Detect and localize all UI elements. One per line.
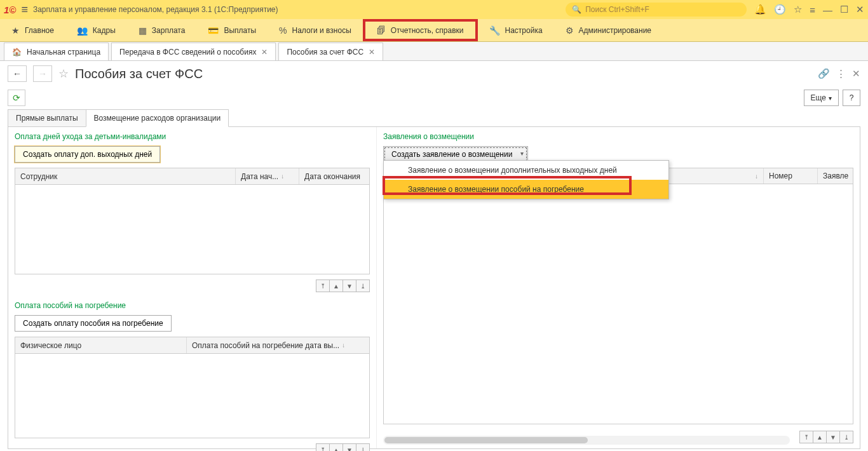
search-icon: 🔍 <box>572 5 581 14</box>
tab-vozmeshenie[interactable]: Возмещение расходов организации <box>86 109 229 127</box>
pager-last[interactable]: ⤓ <box>356 443 370 451</box>
menu-nastroika[interactable]: 🔧Настройка <box>478 19 554 41</box>
help-button[interactable]: ? <box>843 90 860 106</box>
content-panel: Оплата дней ухода за детьми-инвалидами С… <box>8 126 860 449</box>
grid-care-days: Сотрудник Дата нач...↓ Дата окончания <box>15 168 370 274</box>
minimize-icon[interactable]: — <box>823 4 832 15</box>
page-toolbar: ← → ☆ Пособия за счет ФСС 🔗 ⋮ ✕ <box>0 61 868 86</box>
pager-last[interactable]: ⤓ <box>356 279 370 292</box>
section-reimbursement: Заявления о возмещении <box>377 127 860 144</box>
menu-zarplata[interactable]: ▦Зарплата <box>127 19 197 41</box>
grid-icon: ▦ <box>139 25 147 36</box>
right-column: Заявления о возмещении Создать заявление… <box>377 127 860 448</box>
back-button[interactable]: ← <box>8 65 27 82</box>
wrench-icon: 🔧 <box>489 25 500 36</box>
col-end-date[interactable]: Дата окончания <box>299 168 369 184</box>
people-icon: 👥 <box>77 25 88 36</box>
report-icon: 🗐 <box>377 25 386 36</box>
search-placeholder: Поиск Ctrl+Shift+F <box>585 5 649 14</box>
create-payment-extra-days-button[interactable]: Создать оплату доп. выходных дней <box>15 146 160 163</box>
menu-vyplaty[interactable]: 💳Выплаты <box>196 19 268 41</box>
left-column: Оплата дней ухода за детьми-инвалидами С… <box>8 127 377 448</box>
pager-down[interactable]: ▼ <box>342 279 356 292</box>
pager-first[interactable]: ⤒ <box>799 431 813 443</box>
search-input[interactable]: 🔍 Поиск Ctrl+Shift+F <box>566 3 747 17</box>
home-icon: 🏠 <box>12 48 22 57</box>
col-burial-date[interactable]: Оплата пособий на погребение дата вы...↓ <box>187 337 369 353</box>
close-icon[interactable]: ✕ <box>261 48 268 57</box>
filter-icon[interactable]: ≡ <box>810 4 815 15</box>
star-icon[interactable]: ☆ <box>794 4 802 15</box>
grid-body[interactable] <box>15 185 369 274</box>
kebab-icon[interactable]: ⋮ <box>836 68 846 79</box>
main-menu: ★Главное 👥Кадры ▦Зарплата 💳Выплаты %Нало… <box>0 19 868 42</box>
favorite-icon[interactable]: ☆ <box>58 67 69 81</box>
popup-item-extra-days[interactable]: Заявление о возмещении дополнительных вы… <box>384 161 668 180</box>
app-title: Зарплата и управление персоналом, редакц… <box>33 5 278 14</box>
wallet-icon: 💳 <box>208 25 219 36</box>
close-page-icon[interactable]: ✕ <box>852 68 860 79</box>
tab-pryamye-vyplaty[interactable]: Прямые выплаты <box>8 109 86 127</box>
pager-first[interactable]: ⤒ <box>316 443 330 451</box>
chevron-down-icon: ▾ <box>829 95 832 102</box>
grid-burial: Физическое лицо Оплата пособий на погреб… <box>15 337 370 438</box>
refresh-button[interactable]: ⟳ <box>8 90 25 106</box>
pager-up[interactable]: ▲ <box>813 431 827 443</box>
col-employee[interactable]: Сотрудник <box>15 168 236 184</box>
pager-down[interactable]: ▼ <box>826 431 840 443</box>
col-number[interactable]: Номер <box>764 168 818 184</box>
tab-posobia-fss[interactable]: Пособия за счет ФСС✕ <box>278 43 383 60</box>
menu-kadry[interactable]: 👥Кадры <box>65 19 127 41</box>
document-tabs: 🏠Начальная страница Передача в ФСС сведе… <box>0 42 868 61</box>
page-title: Пособия за счет ФСС <box>75 67 203 81</box>
more-button[interactable]: Еще▾ <box>804 90 839 106</box>
forward-button[interactable]: → <box>33 65 52 82</box>
sub-toolbar: ⟳ Еще▾ ? <box>0 86 868 109</box>
scrollbar-thumb[interactable] <box>384 437 588 443</box>
pager-down[interactable]: ▼ <box>342 443 356 451</box>
grid-body[interactable] <box>383 184 853 424</box>
section-care-days: Оплата дней ухода за детьми-инвалидами <box>8 127 376 144</box>
gear-icon: ⚙ <box>566 25 574 36</box>
close-icon[interactable]: ✕ <box>369 48 375 57</box>
page-toolbar-right: 🔗 ⋮ ✕ <box>818 68 860 79</box>
sort-icon: ↓ <box>281 173 284 180</box>
inner-tabs: Прямые выплаты Возмещение расходов орган… <box>8 109 860 127</box>
pager-up[interactable]: ▲ <box>329 443 343 451</box>
tab-home[interactable]: 🏠Начальная страница <box>4 43 109 60</box>
create-burial-payment-button[interactable]: Создать оплату пособия на погребение <box>15 315 172 332</box>
menu-main[interactable]: ★Главное <box>0 19 65 41</box>
grid-body[interactable] <box>15 354 369 438</box>
sort-icon: ↓ <box>755 173 758 180</box>
link-icon[interactable]: 🔗 <box>818 68 830 79</box>
pager-last[interactable]: ⤓ <box>839 431 853 443</box>
maximize-icon[interactable]: ☐ <box>840 4 848 15</box>
menu-admin[interactable]: ⚙Администрирование <box>554 19 663 41</box>
col-start-date[interactable]: Дата нач...↓ <box>236 168 299 184</box>
sort-icon: ↓ <box>342 342 345 349</box>
history-icon[interactable]: 🕘 <box>774 4 786 15</box>
star-icon: ★ <box>11 25 20 36</box>
horizontal-scrollbar[interactable] <box>383 436 790 445</box>
tab-fss-transfer[interactable]: Передача в ФСС сведений о пособиях✕ <box>111 43 276 60</box>
menu-nalogi[interactable]: %Налоги и взносы <box>268 19 363 41</box>
titlebar: 1© ≡ Зарплата и управление персоналом, р… <box>0 0 868 19</box>
pager-first[interactable]: ⤒ <box>316 279 330 292</box>
menu-icon[interactable]: ≡ <box>21 3 28 17</box>
popup-item-burial[interactable]: Заявление о возмещении пособий на погреб… <box>384 180 668 199</box>
logo-1c: 1© <box>4 4 16 15</box>
titlebar-right: 🔍 Поиск Ctrl+Shift+F 🔔 🕘 ☆ ≡ — ☐ ✕ <box>566 3 864 17</box>
col-request[interactable]: Заявле <box>818 168 853 184</box>
col-person[interactable]: Физическое лицо <box>15 337 187 353</box>
section-burial: Оплата пособий на погребение <box>8 296 376 313</box>
pager-up[interactable]: ▲ <box>329 279 343 292</box>
pager: ⤒ ▲ ▼ ⤓ <box>8 441 376 451</box>
pager: ⤒ ▲ ▼ ⤓ <box>8 277 376 296</box>
bell-icon[interactable]: 🔔 <box>754 4 766 15</box>
pager: ⤒ ▲ ▼ ⤓ <box>794 428 860 447</box>
create-reimbursement-popup: Заявление о возмещении дополнительных вы… <box>383 160 669 199</box>
percent-icon: % <box>279 25 287 36</box>
close-icon[interactable]: ✕ <box>856 4 864 15</box>
menu-otchetnost[interactable]: 🗐Отчетность, справки <box>363 19 478 41</box>
